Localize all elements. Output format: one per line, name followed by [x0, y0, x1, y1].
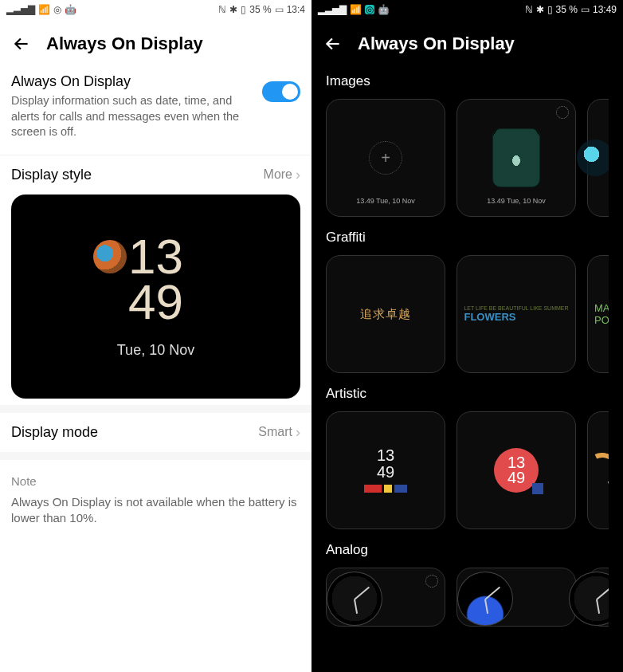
tile-image-orb[interactable]: 13:: [587, 99, 609, 217]
graffiti-section: Graffiti 追求卓越 LET LIFE BE BEAUTIFUL LIKE…: [312, 222, 623, 378]
battery-percent: 35 %: [556, 4, 578, 15]
vibrate-icon: ▯: [241, 5, 246, 14]
sync-icon: ◎: [53, 5, 61, 14]
tile-add-image[interactable]: + 13.49 Tue, 10 Nov: [326, 99, 445, 217]
analog-clock-artwork: [327, 572, 382, 626]
tile-analog-blue[interactable]: [456, 568, 576, 627]
display-mode-row[interactable]: Display mode Smart ›: [0, 413, 312, 452]
robot-icon: 🤖: [65, 5, 76, 14]
note-block: Note Always On Display is not available …: [0, 460, 312, 541]
tile-analog-dark[interactable]: [326, 568, 445, 627]
tile-graffiti-flowers[interactable]: LET LIFE BE BEAUTIFUL LIKE SUMMER FLOWER…: [456, 255, 576, 373]
artistic-ring-artwork: [580, 448, 609, 493]
orb-artwork: [577, 140, 609, 176]
preview-minutes: 49: [128, 279, 183, 324]
section-heading-images: Images: [326, 73, 609, 89]
tile-analog-partial[interactable]: [587, 568, 609, 627]
chevron-right-icon: ›: [296, 424, 300, 441]
robot-icon: 🤖: [378, 5, 390, 14]
tile-caption: 13.49 Tue, 10 Nov: [487, 197, 546, 205]
tile-caption: 13.49 Tue, 10 Nov: [356, 197, 415, 205]
tile-artistic-circle[interactable]: 13 49: [456, 411, 576, 529]
status-bar: ▂▃▅▇ 📶 ◎ 🤖 ℕ ✱ ▯ 35 % ▭ 13:49: [312, 0, 623, 19]
page-title: Always On Display: [46, 33, 203, 54]
wifi-icon: 📶: [350, 5, 362, 14]
artistic-circle-artwork: 13 49: [494, 448, 539, 493]
display-mode-label: Display mode: [11, 424, 98, 441]
signal-icon: ▂▃▅▇: [6, 5, 35, 14]
display-mode-value: Smart: [258, 425, 292, 439]
display-style-label: Display style: [11, 167, 92, 183]
battery-icon: ▭: [581, 5, 590, 14]
deer-artwork: [492, 128, 540, 187]
nfc-icon: ℕ: [525, 5, 533, 14]
settings-pane: ▂▃▅▇ 📶 ◎ 🤖 ℕ ✱ ▯ 35 % ▭ 13:4 Always On D…: [0, 0, 312, 672]
display-style-row[interactable]: Display style More ›: [0, 155, 312, 195]
analog-section: Analog: [312, 534, 623, 631]
analog-clock-artwork: [457, 572, 513, 626]
tile-image-deer[interactable]: 13.49 Tue, 10 Nov: [456, 99, 576, 217]
tile-text: LET LIFE BE BEAUTIFUL LIKE SUMMER FLOWER…: [464, 305, 568, 323]
tile-text: 追求卓越: [360, 307, 411, 322]
page-header: Always On Display: [0, 19, 312, 65]
tile-graffiti-chinese[interactable]: 追求卓越: [326, 255, 445, 373]
display-style-value: More: [264, 167, 292, 182]
chevron-right-icon: ›: [296, 167, 300, 183]
note-label: Note: [11, 474, 300, 488]
status-time: 13:4: [287, 4, 305, 15]
preview-date: Tue, 10 Nov: [117, 342, 194, 359]
artistic-blocks-artwork: 13 49: [364, 448, 407, 493]
tile-artistic-blocks[interactable]: 13 49: [326, 411, 445, 529]
section-heading-analog: Analog: [326, 542, 609, 558]
page-header: Always On Display: [312, 19, 623, 65]
tile-text: MAK POSS: [594, 302, 609, 326]
back-arrow-icon[interactable]: [323, 33, 343, 54]
section-heading-artistic: Artistic: [326, 386, 609, 402]
tile-graffiti-make[interactable]: MAK POSS: [587, 255, 609, 373]
aod-preview-card[interactable]: 13 49 Tue, 10 Nov: [11, 195, 300, 399]
status-time: 13:49: [593, 4, 617, 15]
section-heading-graffiti: Graffiti: [326, 230, 609, 246]
style-picker-pane: ▂▃▅▇ 📶 ◎ 🤖 ℕ ✱ ▯ 35 % ▭ 13:49 Always On …: [312, 0, 623, 672]
sync-icon: ◎: [365, 5, 374, 14]
bird-icon: [93, 240, 127, 273]
artistic-section: Artistic 13 49: [312, 378, 623, 534]
gear-icon: [425, 575, 438, 588]
images-section: Images + 13.49 Tue, 10 Nov 13.49 Tue, 10…: [312, 65, 623, 222]
aod-toggle-title: Always On Display: [11, 73, 250, 90]
back-arrow-icon[interactable]: [11, 33, 32, 54]
battery-percent: 35 %: [249, 4, 271, 15]
page-title: Always On Display: [358, 33, 515, 54]
preview-clock: 13 49: [128, 234, 183, 324]
vibrate-icon: ▯: [547, 5, 553, 14]
bluetooth-icon: ✱: [536, 5, 544, 14]
aod-toggle-desc: Display information such as date, time, …: [11, 93, 250, 140]
gear-icon: [556, 106, 569, 119]
battery-icon: ▭: [275, 5, 284, 14]
wifi-icon: 📶: [38, 5, 50, 14]
preview-hours: 13: [128, 234, 183, 279]
nfc-icon: ℕ: [218, 5, 226, 14]
aod-toggle-block: Always On Display Display information su…: [0, 65, 312, 155]
signal-icon: ▂▃▅▇: [318, 5, 347, 14]
status-bar: ▂▃▅▇ 📶 ◎ 🤖 ℕ ✱ ▯ 35 % ▭ 13:4: [0, 0, 312, 19]
note-text: Always On Display is not available when …: [11, 494, 300, 527]
bluetooth-icon: ✱: [229, 5, 237, 14]
aod-toggle-switch[interactable]: [262, 81, 300, 102]
tile-artistic-ring[interactable]: [587, 411, 609, 529]
plus-icon: +: [369, 141, 402, 175]
